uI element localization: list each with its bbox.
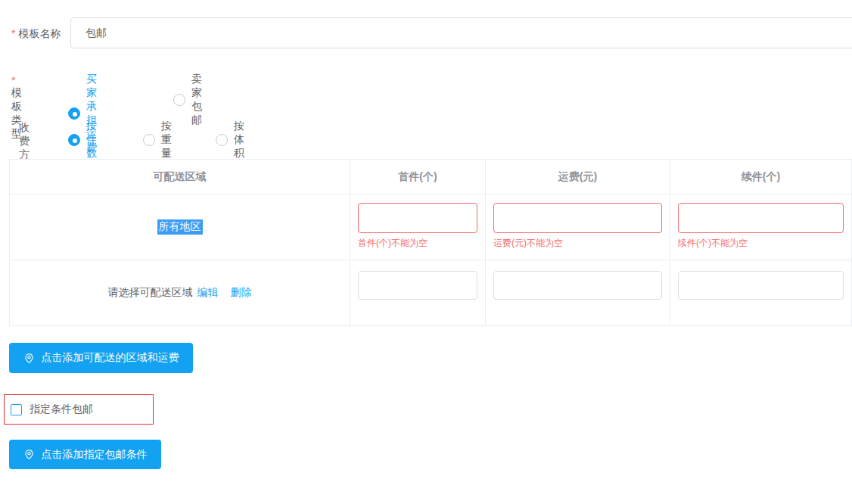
- first-item-input-error[interactable]: [358, 203, 477, 233]
- fee-error-message: 运费(元)不能为空: [493, 238, 662, 248]
- additional-item-cell: [670, 260, 851, 325]
- required-asterisk: *: [11, 74, 15, 86]
- add-region-fee-button[interactable]: 点击添加可配送的区域和运费: [9, 343, 193, 373]
- radio-label: 按件数: [86, 120, 97, 160]
- radio-by-volume[interactable]: 按体积: [216, 120, 244, 160]
- add-free-shipping-condition-button[interactable]: 点击添加指定包邮条件: [9, 440, 161, 469]
- radio-selected-icon: [68, 107, 80, 120]
- radio-by-weight[interactable]: 按重量: [143, 120, 172, 160]
- first-item-input[interactable]: [358, 271, 477, 300]
- shipping-template-form: *模板名称 *模板类型 买家承担运费 卖家包邮 收费方式 按件数 按重量 按体积: [0, 0, 852, 504]
- radio-label: 按体积: [234, 120, 244, 160]
- table-row-region-cell: 所有地区: [10, 194, 350, 260]
- radio-unselected-icon: [216, 134, 228, 146]
- first-item-cell: [350, 260, 486, 325]
- additional-item-input-error[interactable]: [678, 203, 844, 233]
- add-free-shipping-condition-button-label: 点击添加指定包邮条件: [42, 448, 148, 462]
- header-additional-item: 续件(个): [670, 160, 851, 194]
- header-fee: 运费(元): [486, 160, 670, 194]
- radio-seller-free-shipping[interactable]: 卖家包邮: [173, 73, 202, 127]
- table-row-region-cell: 请选择可配送区域 编辑 删除: [10, 260, 350, 325]
- fee-input-error[interactable]: [493, 203, 662, 233]
- header-first-item: 首件(个): [350, 160, 486, 194]
- fee-cell: 运费(元)不能为空: [486, 194, 670, 260]
- delete-region-link[interactable]: 删除: [231, 286, 252, 300]
- template-name-label: *模板名称: [11, 27, 61, 41]
- template-name-label-text: 模板名称: [18, 27, 61, 39]
- edit-region-link[interactable]: 编辑: [197, 286, 219, 300]
- conditional-free-shipping-checkbox[interactable]: [11, 404, 22, 415]
- radio-label: 卖家包邮: [191, 73, 202, 127]
- required-asterisk: *: [11, 27, 15, 39]
- conditional-free-shipping-label: 指定条件包邮: [30, 403, 93, 416]
- radio-by-quantity[interactable]: 按件数: [68, 120, 97, 160]
- additional-item-input[interactable]: [678, 271, 844, 300]
- header-delivery-region: 可配送区域: [10, 160, 350, 194]
- fee-input[interactable]: [493, 271, 662, 300]
- first-item-cell: 首件(个)不能为空: [350, 194, 486, 260]
- location-pin-icon: [23, 353, 35, 364]
- select-region-text: 请选择可配送区域: [108, 286, 193, 300]
- radio-label: 按重量: [161, 120, 172, 160]
- fee-cell: [486, 260, 670, 325]
- radio-unselected-icon: [173, 94, 185, 106]
- region-all-areas-selected-text[interactable]: 所有地区: [157, 219, 203, 235]
- first-item-error-message: 首件(个)不能为空: [358, 238, 477, 248]
- conditional-free-shipping-box: 指定条件包邮: [4, 394, 154, 425]
- shipping-fee-table: 可配送区域 首件(个) 运费(元) 续件(个) 所有地区 首件(个)不能为空 运…: [9, 159, 852, 326]
- additional-item-cell: 续件(个)不能为空: [670, 194, 851, 260]
- radio-selected-icon: [68, 134, 80, 146]
- additional-item-error-message: 续件(个)不能为空: [678, 238, 844, 248]
- location-pin-icon: [23, 449, 35, 460]
- add-region-fee-button-label: 点击添加可配送的区域和运费: [42, 351, 179, 365]
- template-name-input[interactable]: [70, 17, 852, 48]
- radio-unselected-icon: [143, 134, 155, 146]
